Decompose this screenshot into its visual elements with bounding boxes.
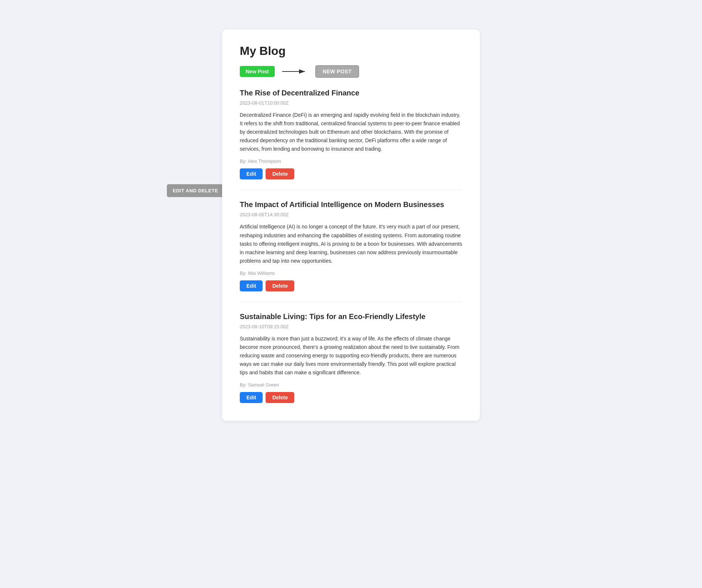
post-3-author: By: Samuel Green bbox=[240, 382, 462, 388]
post-2-actions: Edit Delete bbox=[240, 280, 462, 291]
header-row: New Post NEW POST bbox=[240, 65, 462, 78]
blog-post-3: Sustainable Living: Tips for an Eco-Frie… bbox=[240, 312, 462, 403]
post-2-delete-button[interactable]: Delete bbox=[266, 280, 294, 291]
blog-title: My Blog bbox=[240, 44, 462, 58]
post-3-actions: Edit Delete bbox=[240, 392, 462, 403]
arrow-svg bbox=[282, 69, 308, 74]
post-2-title: The Impact of Artificial Intelligence on… bbox=[240, 200, 462, 209]
post-2-body: Artificial Intelligence (AI) is no longe… bbox=[240, 223, 462, 265]
page-wrapper: EDIT AND DELETE My Blog New Post bbox=[7, 29, 695, 421]
post-1-edit-button[interactable]: Edit bbox=[240, 168, 263, 179]
post-1-body: Decentralized Finance (DeFi) is an emerg… bbox=[240, 111, 462, 153]
post-3-delete-button[interactable]: Delete bbox=[266, 392, 294, 403]
blog-container: My Blog New Post NEW POST The Rise of De bbox=[222, 29, 480, 421]
post-2-date: 2023-08-05T14:30:00Z bbox=[240, 212, 462, 217]
post-3-edit-button[interactable]: Edit bbox=[240, 392, 263, 403]
new-post-arrow bbox=[282, 69, 308, 74]
post-3-date: 2023-08-10T09:15:00Z bbox=[240, 324, 462, 329]
post-divider-1 bbox=[240, 190, 462, 190]
new-post-gray-button[interactable]: NEW POST bbox=[315, 65, 359, 78]
edit-delete-annotation-label: EDIT AND DELETE bbox=[167, 184, 224, 197]
post-divider-2 bbox=[240, 302, 462, 302]
post-2-edit-button[interactable]: Edit bbox=[240, 280, 263, 291]
post-2-author: By: Mia Williams bbox=[240, 270, 462, 276]
blog-post-2: The Impact of Artificial Intelligence on… bbox=[240, 200, 462, 291]
post-1-date: 2023-08-01T10:00:00Z bbox=[240, 100, 462, 106]
post-3-title: Sustainable Living: Tips for an Eco-Frie… bbox=[240, 312, 462, 321]
post-1-delete-button[interactable]: Delete bbox=[266, 168, 294, 179]
new-post-green-button[interactable]: New Post bbox=[240, 66, 275, 77]
post-1-actions: Edit Delete bbox=[240, 168, 462, 179]
post-1-author: By: Alex Thompson bbox=[240, 158, 462, 164]
post-1-title: The Rise of Decentralized Finance bbox=[240, 89, 462, 97]
blog-post-1: The Rise of Decentralized Finance 2023-0… bbox=[240, 89, 462, 179]
post-3-body: Sustainability is more than just a buzzw… bbox=[240, 335, 462, 377]
